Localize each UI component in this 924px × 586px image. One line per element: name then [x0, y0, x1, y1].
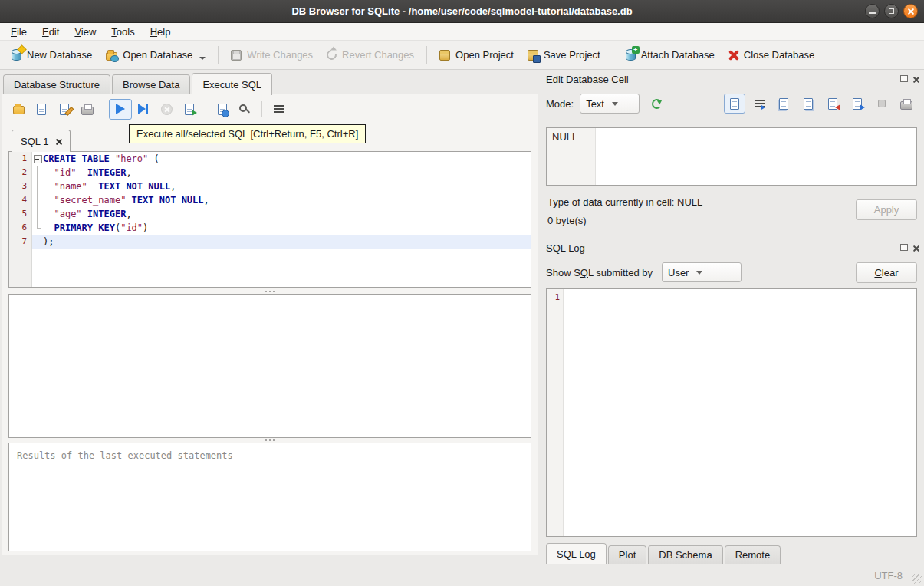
- code-text: PRIMARY KEY("id"): [43, 221, 148, 235]
- editor-empty-area[interactable]: [32, 249, 531, 287]
- close-panel-icon[interactable]: [912, 245, 919, 251]
- tab-database-structure[interactable]: Database Structure: [3, 74, 110, 94]
- line-gutter: [9, 249, 32, 287]
- editor-line-body[interactable]: "age" INTEGER,: [32, 207, 531, 221]
- menu-tools[interactable]: Tools: [104, 24, 142, 40]
- results-message-panel[interactable]: Results of the last executed statements: [8, 443, 531, 551]
- sql-editor[interactable]: 1CREATE TABLE "hero" (2 "id" INTEGER,3 "…: [8, 151, 531, 288]
- format-sql-icon: [274, 105, 284, 107]
- title-bar: DB Browser for SQLite - /home/user/code/…: [0, 0, 924, 23]
- save-sql-as-button[interactable]: [53, 99, 76, 120]
- tab-browse-data[interactable]: Browse Data: [112, 74, 190, 94]
- sql-toolbar: [7, 97, 290, 120]
- editor-line-body[interactable]: );: [32, 235, 531, 249]
- attach-database-button[interactable]: Attach Database: [619, 44, 722, 65]
- execute-line-button[interactable]: [132, 99, 155, 120]
- editor-line-body[interactable]: "id" INTEGER,: [32, 166, 531, 179]
- export-cell-button[interactable]: [847, 94, 868, 114]
- toolbar-separator: [104, 101, 104, 117]
- sql-log-content[interactable]: [564, 289, 916, 536]
- dock-tab-sql-log[interactable]: SQL Log: [546, 543, 607, 564]
- save-project-icon: [528, 52, 538, 61]
- open-project-button[interactable]: Open Project: [432, 44, 521, 65]
- fold-guide: [32, 179, 43, 193]
- dock-tab-remote[interactable]: Remote: [725, 545, 781, 564]
- close-tab-icon[interactable]: [55, 138, 61, 144]
- sql-document-tab[interactable]: SQL 1: [12, 130, 71, 152]
- browse-doc-icon: [218, 104, 227, 115]
- line-number: 2: [9, 166, 32, 179]
- editor-line-body[interactable]: "secret_name" TEXT NOT NULL,: [32, 193, 531, 207]
- import-cell-button[interactable]: [822, 94, 843, 114]
- line-number: 6: [9, 221, 32, 235]
- editor-line-body[interactable]: PRIMARY KEY("id"): [32, 221, 531, 235]
- cell-editor[interactable]: NULL: [546, 127, 917, 186]
- dropdown-arrow-icon[interactable]: [199, 57, 206, 60]
- set-null-button[interactable]: [871, 94, 893, 114]
- execute-sql-panel: SQL 1 1CREATE TABLE "hero" (2 "id" INTEG…: [2, 94, 538, 555]
- menu-file[interactable]: File: [3, 24, 35, 40]
- editor-line-body[interactable]: "name" TEXT NOT NULL,: [32, 179, 531, 193]
- mode-combobox[interactable]: Text: [580, 94, 640, 114]
- maximize-button[interactable]: [884, 4, 899, 18]
- minimize-button[interactable]: [865, 4, 880, 18]
- apply-cell-edit-button[interactable]: [646, 94, 667, 114]
- sql-log-header: SQL Log: [546, 242, 585, 254]
- toolbar-label: Open Database: [123, 49, 192, 61]
- paste-cell-button[interactable]: [797, 94, 819, 114]
- browse-doc-button[interactable]: [211, 99, 234, 120]
- editor-line: 1CREATE TABLE "hero" (: [9, 152, 531, 166]
- revert-changes-icon: [324, 48, 338, 61]
- write-changes-icon: [231, 50, 242, 61]
- text-document-button[interactable]: [724, 94, 745, 114]
- new-database-button[interactable]: New Database: [5, 44, 99, 65]
- clear-log-button[interactable]: Clear: [856, 262, 917, 283]
- sql-log-view[interactable]: 1: [546, 288, 917, 537]
- format-sql-button[interactable]: [267, 99, 290, 120]
- results-placeholder: Results of the last executed statements: [17, 450, 233, 461]
- print-sql-button[interactable]: [76, 99, 99, 120]
- toolbar-separator: [261, 101, 262, 117]
- resize-grip-icon[interactable]: [912, 574, 922, 584]
- close-button[interactable]: [903, 4, 918, 18]
- fold-marker-icon[interactable]: [32, 152, 43, 166]
- dock-tab-plot[interactable]: Plot: [608, 545, 646, 564]
- execute-line-icon: [137, 103, 150, 115]
- close-icon: [907, 8, 914, 15]
- print-cell-button[interactable]: [896, 94, 917, 114]
- save-project-button[interactable]: Save Project: [521, 44, 607, 65]
- float-panel-icon[interactable]: [900, 75, 908, 82]
- results-grid[interactable]: [8, 294, 531, 438]
- sql-log-title: SQL Log: [546, 242, 585, 254]
- word-wrap-button[interactable]: [748, 94, 770, 114]
- copy-cell-button[interactable]: [773, 94, 794, 114]
- export-results-button[interactable]: [178, 99, 201, 120]
- editor-line-body[interactable]: CREATE TABLE "hero" (: [32, 152, 531, 166]
- dock-tab-db-schema[interactable]: DB Schema: [648, 545, 722, 564]
- tooltip: Execute all/selected SQL [Ctrl+Return, F…: [129, 124, 366, 143]
- menu-edit[interactable]: Edit: [35, 24, 67, 40]
- find-replace-button[interactable]: [234, 99, 257, 120]
- cell-editor-text-area[interactable]: [596, 128, 916, 185]
- float-panel-icon[interactable]: [900, 244, 908, 251]
- open-database-icon: [106, 52, 117, 61]
- close-database-button[interactable]: Close Database: [722, 44, 822, 65]
- tab-execute-sql[interactable]: Execute SQL: [192, 73, 272, 95]
- open-sql-file-button[interactable]: [7, 99, 30, 120]
- open-database-button[interactable]: Open Database: [99, 44, 212, 65]
- export-results-icon: [185, 104, 194, 115]
- close-panel-icon[interactable]: [912, 76, 919, 82]
- mode-label: Mode:: [546, 98, 574, 110]
- log-line-number: 1: [554, 292, 560, 302]
- save-sql-file-button[interactable]: [30, 99, 53, 120]
- execute-all-button[interactable]: [109, 99, 132, 120]
- apply-button: Apply: [856, 199, 917, 220]
- log-source-combobox[interactable]: User: [662, 262, 742, 282]
- editor-line: 4 "secret_name" TEXT NOT NULL,: [9, 193, 531, 207]
- menu-view[interactable]: View: [67, 24, 104, 40]
- fold-guide: [32, 207, 43, 221]
- menu-help[interactable]: Help: [143, 24, 179, 40]
- code-text: CREATE TABLE "hero" (: [43, 152, 159, 166]
- code-text: "age" INTEGER,: [43, 207, 132, 221]
- toolbar-separator: [218, 46, 219, 64]
